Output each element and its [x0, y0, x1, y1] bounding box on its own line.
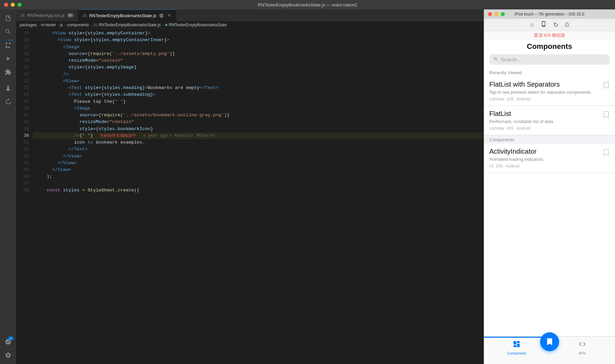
activity-search-icon[interactable]: [2, 26, 14, 38]
ln-19: 19: [16, 57, 29, 64]
code-line-17: <Image: [33, 44, 484, 51]
breadcrumb-js[interactable]: js: [60, 23, 63, 27]
code-line-34: </View>: [33, 160, 484, 166]
ios-list-item-flatlist[interactable]: FlatList Performant, scrollable list of …: [484, 106, 615, 135]
code-line-23: <Text style={styles.heading}>Bookmarks a…: [33, 85, 484, 91]
traffic-lights: [4, 3, 22, 7]
ios-tl-min[interactable]: [494, 12, 498, 16]
ln-24: 24: [16, 91, 29, 98]
activity-history-icon[interactable]: [2, 96, 14, 108]
ios-rotate-icon[interactable]: ↻: [553, 21, 558, 29]
tab-close-button[interactable]: ✕: [166, 13, 172, 18]
activity-run-icon[interactable]: [2, 53, 14, 65]
ios-simulator-panel: iPod touch – 7th generation – iOS 15.0 ⌂…: [484, 9, 615, 364]
code-line-25: Please tap the{' '}: [33, 98, 484, 105]
code-line-26: <Image: [33, 105, 484, 112]
code-line-16: <View style={styles.emptyContainerInner}…: [33, 37, 484, 43]
activity-source-control-icon[interactable]: [2, 39, 14, 51]
ios-bookmark-icon-2[interactable]: [603, 148, 610, 158]
tab-rntesterempty[interactable]: JS RNTesterEmptyBookmarksState.js 1 ✕: [78, 9, 176, 21]
ios-device-icon[interactable]: [541, 21, 547, 29]
code-line-33: </View>: [33, 153, 484, 160]
tab-js-icon: JS: [20, 13, 25, 18]
tab-count-active: 1: [159, 13, 164, 18]
source-control-badge: [8, 40, 13, 40]
ios-tab-components-label: Components: [507, 352, 526, 355]
ln-28: 28: [16, 119, 29, 125]
ln-35: 35: [16, 166, 29, 173]
ios-traffic-lights: [488, 12, 505, 16]
ios-tl-max[interactable]: [501, 12, 505, 16]
ios-tab-bar: Components APIs: [484, 336, 615, 364]
activity-flask-icon[interactable]: [2, 82, 14, 94]
tab-label-active: RNTesterEmptyBookmarksState.js: [89, 13, 156, 18]
activity-extensions-icon[interactable]: [2, 66, 14, 78]
ln-30: 30: [16, 132, 29, 139]
maximize-button[interactable]: [18, 3, 22, 7]
activity-files-icon[interactable]: [2, 12, 14, 24]
ios-tab-apis[interactable]: APIs: [550, 340, 615, 355]
code-line-18: source={require('../assets/empty.png')}: [33, 51, 484, 57]
code-line-37: [33, 180, 484, 187]
close-button[interactable]: [4, 3, 8, 7]
breadcrumb-js-icon: JS: [93, 23, 97, 27]
window-title: RNTesterEmptyBookmarksState.js — react-n…: [258, 2, 357, 7]
breadcrumb-rn-tester[interactable]: rn-tester: [41, 23, 56, 27]
ios-simulator-toolbar: ⌂ ↻ ⎙: [484, 19, 615, 31]
ios-tab-components[interactable]: Components: [484, 340, 550, 355]
ln-15: 15: [16, 30, 29, 37]
ios-home-icon[interactable]: ⌂: [530, 21, 534, 28]
ios-tag-android-1: Android: [516, 126, 530, 131]
code-line-27: source={require('../assets/bookmark-outl…: [33, 112, 484, 119]
ln-36: 36: [16, 173, 29, 180]
ios-tag-ios-0: iOS: [507, 97, 514, 101]
ios-pin-text: 置顶 iOS 模拟器: [534, 33, 565, 38]
tab-bar: JS RNTesterApp.ios.js 9+ JS RNTesterEmpt…: [16, 9, 484, 21]
code-line-21: />: [33, 71, 484, 78]
breadcrumb-packages[interactable]: packages: [20, 23, 37, 27]
ios-item-tags-2: UI iOS Android: [489, 164, 610, 169]
ios-tab-apis-icon: [578, 340, 586, 350]
code-line-36: );: [33, 173, 484, 180]
code-line-29: style={styles.bookmarkIcon}: [33, 126, 484, 132]
ios-pin-bar[interactable]: 置顶 iOS 模拟器: [484, 31, 615, 39]
ios-tag-listview-0: ListView: [489, 97, 504, 101]
minimize-button[interactable]: [11, 3, 15, 7]
code-line-32: </Text>: [33, 146, 484, 153]
breadcrumb: packages › rn-tester › js › components ›…: [16, 21, 484, 29]
ios-list-item-activity[interactable]: ActivityIndicator Animated loading indic…: [484, 144, 615, 173]
ln-17: 17: [16, 44, 29, 51]
breadcrumb-symbol-icon: ◆: [165, 23, 167, 27]
ios-bookmark-icon-1[interactable]: [603, 111, 610, 120]
ios-search-bar[interactable]: Search...: [489, 54, 610, 65]
ln-38: 38: [16, 187, 29, 194]
ios-components-title: Components: [484, 39, 615, 54]
code-content[interactable]: <View style={styles.emptyContainer}> <Vi…: [33, 29, 484, 364]
breadcrumb-filename[interactable]: RNTesterEmptyBookmarksState.js: [99, 23, 161, 27]
ios-item-tags-1: ListView iOS Android: [489, 126, 610, 131]
line-numbers: 15 16 17 18 19 20 21 22 23 24 25 26 27 2…: [16, 29, 33, 364]
code-line-35: </View>: [33, 166, 484, 173]
ios-fab-bookmark[interactable]: [540, 332, 559, 351]
code-editor[interactable]: 15 16 17 18 19 20 21 22 23 24 25 26 27 2…: [16, 29, 484, 364]
ios-active-tab-indicator: [484, 337, 550, 338]
ios-item-title-1: FlatList: [489, 110, 610, 118]
breadcrumb-symbol[interactable]: RNTesterEmptyBookmarksState: [169, 23, 227, 27]
breadcrumb-components[interactable]: components: [67, 23, 89, 27]
ios-item-title-0: FlatList with Separators: [489, 81, 610, 88]
ios-recently-viewed-header: Recently Viewed: [484, 68, 615, 77]
ios-bookmark-icon-0[interactable]: [603, 81, 610, 91]
tab-rntesterapp[interactable]: JS RNTesterApp.ios.js 9+: [16, 9, 78, 21]
ios-screenshot-icon[interactable]: ⎙: [565, 21, 569, 28]
ln-27: 27: [16, 112, 29, 119]
activity-account-icon[interactable]: 1: [2, 336, 14, 348]
activity-settings-icon[interactable]: [2, 349, 14, 361]
ln-33: 33: [16, 153, 29, 160]
ios-item-desc-0: Tap to see pressed states for separator …: [489, 90, 610, 95]
ios-list-item-flatlist-sep[interactable]: FlatList with Separators Tap to see pres…: [484, 77, 615, 106]
ios-tl-close[interactable]: [488, 12, 492, 16]
ln-20: 20: [16, 64, 29, 71]
ios-window-title: iPod touch – 7th generation – iOS 15.0: [515, 12, 584, 17]
ios-components-section-header: Components: [484, 135, 615, 144]
ios-item-desc-1: Performant, scrollable list of data.: [489, 119, 610, 124]
